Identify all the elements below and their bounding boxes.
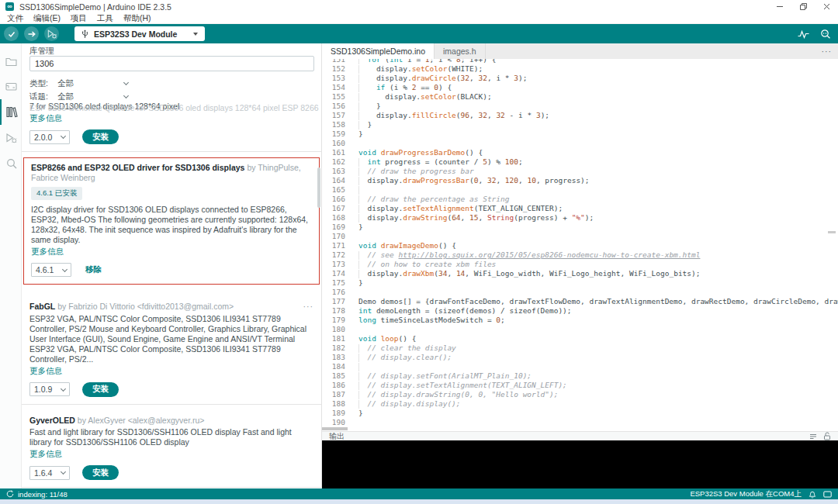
- library-entry[interactable]: ESP8266 and ESP32 OLED driver for SSD130…: [23, 157, 320, 285]
- horizontal-scrollbar-thumb[interactable]: [322, 427, 348, 430]
- menu-help[interactable]: 帮助(H): [123, 13, 151, 24]
- minimize-icon: [777, 6, 783, 7]
- code-line: 152 display.setColor(WHITE);: [322, 64, 838, 74]
- minimize-button[interactable]: [768, 0, 791, 13]
- version-select[interactable]: 1.0.9: [29, 382, 70, 396]
- more-info-link[interactable]: 更多信息: [31, 247, 64, 257]
- code-line: 171void drawImageDemo() {: [322, 241, 838, 250]
- board-port-status[interactable]: ESP32S3 Dev Module 在COM4上: [690, 489, 802, 499]
- scrollbar-mark[interactable]: [828, 231, 836, 233]
- line-number: 190: [322, 418, 345, 427]
- lock-open-icon[interactable]: [823, 432, 831, 440]
- code-line: 179long timeSinceLastModeSwitch = 0;: [322, 316, 838, 325]
- debug-play-bug-icon: [5, 133, 17, 143]
- code-line: 180: [322, 325, 838, 334]
- version-select[interactable]: 1.6.4: [29, 466, 70, 480]
- entry-title: ESP8266 and ESP32 OLED driver for SSD130…: [31, 163, 312, 182]
- entry-more-options-icon[interactable]: ···: [303, 302, 314, 312]
- line-number: 182: [322, 343, 345, 353]
- version-value: 2.0.0: [34, 133, 52, 142]
- code-text: if (i % 2 == 0) {: [358, 83, 452, 92]
- code-text: // display.clear();: [358, 353, 452, 362]
- restore-icon: [800, 3, 807, 10]
- activity-bar: [0, 43, 22, 488]
- line-number: 168: [322, 213, 345, 223]
- chevron-down-icon: [62, 266, 68, 271]
- code-line: 169}: [322, 223, 838, 232]
- board-status-icon[interactable]: [823, 491, 832, 498]
- line-number: 152: [322, 64, 345, 74]
- code-line: 185 // display.setFont(ArialMT_Plain_10)…: [322, 371, 838, 381]
- serial-monitor-button[interactable]: [820, 29, 831, 39]
- code-lines: 151 for (int i = 1; i < 8; i++) {152 dis…: [322, 59, 838, 427]
- upload-button[interactable]: [24, 26, 39, 41]
- close-button[interactable]: [815, 0, 838, 13]
- editor-column: SSD1306SimpleDemo.ino images.h ··· 151 f…: [322, 43, 838, 488]
- debug-button[interactable]: [44, 26, 59, 41]
- version-select[interactable]: 2.0.0: [29, 130, 70, 144]
- chevron-down-icon: [193, 33, 198, 36]
- code-text: // clear the display: [358, 343, 456, 353]
- code-text: // display.setTextAlignment(TEXT_ALIGN_L…: [358, 381, 567, 390]
- install-button[interactable]: 安装: [82, 465, 119, 480]
- library-search-input[interactable]: [29, 56, 314, 71]
- code-editor[interactable]: 151 for (int i = 1; i < 8; i++) {152 dis…: [322, 59, 838, 431]
- verify-button[interactable]: [4, 26, 19, 41]
- sidebar-item-library-manager[interactable]: [0, 99, 21, 125]
- menu-tools[interactable]: 工具: [97, 13, 113, 24]
- menu-edit[interactable]: 编辑(E): [33, 13, 61, 24]
- more-info-link[interactable]: 更多信息: [29, 449, 62, 460]
- code-line: 154 if (i % 2 == 0) {: [322, 83, 838, 92]
- indexing-status: indexing: 11/48: [18, 490, 68, 499]
- type-filter-select[interactable]: 全部: [57, 78, 130, 89]
- library-entry[interactable]: GyverOLEDMenu by gewisserCreating a menu…: [22, 488, 321, 488]
- sidebar-item-search[interactable]: [0, 150, 21, 176]
- library-entry[interactable]: ···FabGL by Fabrizio Di Vittorio <fdivit…: [22, 291, 321, 405]
- sidebar-item-sketchbook[interactable]: [0, 48, 21, 74]
- code-text: display.setTextAlignment(TEXT_ALIGN_CENT…: [358, 204, 563, 213]
- line-number: 163: [322, 167, 345, 176]
- code-text: // display.display();: [358, 399, 461, 409]
- clear-output-icon[interactable]: [809, 433, 817, 440]
- code-line: 176: [322, 288, 838, 297]
- library-name: FabGL: [29, 302, 55, 311]
- sidebar-item-debugger[interactable]: [0, 125, 21, 150]
- more-info-link[interactable]: 更多信息: [29, 366, 62, 377]
- sidebar-item-boards-manager[interactable]: [0, 74, 21, 99]
- line-number: 164: [322, 176, 345, 185]
- topic-filter-value: 全部: [57, 91, 74, 102]
- install-button[interactable]: 安装: [82, 382, 119, 397]
- version-select[interactable]: 4.6.1: [31, 263, 71, 277]
- library-entry[interactable]: ESP 8266 Generate QRcode for SSD1306 ole…: [22, 102, 321, 152]
- library-books-icon: [5, 106, 18, 118]
- code-text: int demoLength = (sizeof(demos) / sizeof…: [358, 306, 572, 316]
- line-number: 186: [322, 381, 345, 390]
- code-line: 151 for (int i = 1; i < 8; i++) {: [322, 59, 838, 64]
- board-selector[interactable]: ESP32S3 Dev Module: [74, 26, 205, 41]
- code-line: 163 // draw the progress bar: [322, 167, 838, 176]
- topic-filter-select[interactable]: 全部: [57, 91, 130, 102]
- serial-plotter-button[interactable]: [798, 29, 809, 39]
- library-scrollbar-thumb[interactable]: [317, 167, 320, 208]
- library-entry[interactable]: GyverOLED by AlexGyver <alex@alexgyver.r…: [22, 405, 321, 488]
- line-number: 187: [322, 390, 345, 399]
- line-number: 173: [322, 260, 345, 269]
- arduino-logo-icon: ∞: [5, 2, 14, 11]
- line-number: 166: [322, 195, 345, 204]
- menu-bar: 文件 编辑(E) 项目 工具 帮助(H): [0, 13, 838, 24]
- more-info-link[interactable]: 更多信息: [29, 113, 62, 124]
- line-number: 160: [322, 139, 345, 148]
- tab-more-options-icon[interactable]: ···: [822, 43, 833, 59]
- code-text: }: [358, 278, 363, 288]
- code-line: 175}: [322, 278, 838, 288]
- entry-controls: 1.0.9安装: [29, 382, 313, 397]
- tab-sketch-ino[interactable]: SSD1306SimpleDemo.ino: [322, 43, 435, 59]
- line-number: 162: [322, 157, 345, 167]
- restore-button[interactable]: [791, 0, 815, 13]
- menu-sketch[interactable]: 项目: [71, 13, 87, 24]
- bell-icon[interactable]: [809, 490, 816, 499]
- menu-file[interactable]: 文件: [7, 13, 23, 24]
- remove-button[interactable]: 移除: [85, 264, 102, 275]
- tab-images-h[interactable]: images.h: [435, 43, 486, 59]
- install-button[interactable]: 安装: [82, 129, 119, 144]
